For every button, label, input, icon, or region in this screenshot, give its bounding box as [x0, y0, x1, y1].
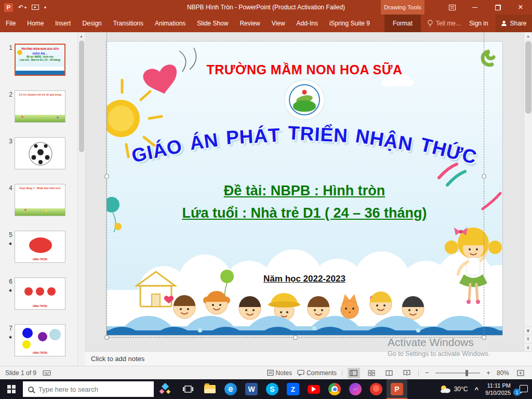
- resize-handle[interactable]: [482, 335, 486, 340]
- zoom-level[interactable]: 80%: [497, 369, 509, 377]
- panel-scrollbar[interactable]: ▲: [77, 32, 85, 366]
- resize-handle[interactable]: [104, 335, 109, 340]
- ribbon-tab-format[interactable]: Format: [384, 15, 421, 32]
- slide-thumbnail-4[interactable]: 4 Hoạt động 1 : Nhận biết hình tròn: [4, 184, 65, 216]
- school-year-text[interactable]: Năm học 2022-2023: [107, 274, 502, 284]
- ribbon-tab-home[interactable]: Home: [21, 15, 49, 32]
- ribbon-display-options-button[interactable]: [441, 0, 463, 15]
- taskbar-file-explorer[interactable]: [200, 379, 220, 399]
- share-button[interactable]: Share: [496, 15, 532, 32]
- panel-scroll-up-icon[interactable]: ▲: [78, 32, 85, 38]
- topic-text[interactable]: Đề tài: NBPB : Hình tròn: [107, 183, 502, 199]
- thumbnail-image[interactable]: Cô trò chuyện với trẻ về quả bóng: [15, 90, 65, 123]
- taskbar-youtube[interactable]: [303, 379, 324, 399]
- red-ellipse: [29, 237, 52, 253]
- thumbnail-image[interactable]: TRƯỜNG MẦM NON HOA SỮA GIÁO ÁN… Đề tài: …: [15, 44, 65, 76]
- scroll-up-button[interactable]: ▲: [524, 32, 532, 41]
- ribbon-tab-slideshow[interactable]: Slide Show: [191, 15, 234, 32]
- taskbar-skype[interactable]: S: [262, 379, 283, 399]
- school-name-text[interactable]: TRƯỜNG MẦM NON HOA SỮA: [107, 62, 502, 77]
- view-slide-sorter-button[interactable]: [365, 368, 378, 378]
- kid-face: [308, 296, 329, 320]
- comments-toggle-button[interactable]: Comments: [297, 369, 337, 377]
- age-group-text[interactable]: Lứa tuổi : Nhà trẻ D1 ( 24 – 36 tháng): [107, 205, 502, 221]
- scroll-down-button[interactable]: ▼: [524, 326, 532, 335]
- slide-thumbnail-7[interactable]: 7 ★ HÌNH TRÒN: [4, 324, 65, 356]
- lesson-title-text[interactable]: GIÁOÁNPHÁTTRIỂNNHẬNTHỨC: [107, 129, 502, 151]
- close-button[interactable]: ×: [509, 0, 532, 15]
- taskbar-messenger[interactable]: [345, 379, 366, 399]
- thumb4-text: Hoạt động 1 : Nhận biết hình tròn: [15, 184, 65, 190]
- thumbnail-image[interactable]: HÌNH TRÒN: [15, 324, 65, 356]
- zoom-in-button[interactable]: +: [485, 369, 491, 377]
- undo-button[interactable]: ↶▾: [18, 4, 26, 11]
- slide-thumbnail-3[interactable]: 3: [4, 137, 65, 169]
- taskbar-zalo[interactable]: Z: [283, 379, 303, 399]
- restore-button[interactable]: [486, 0, 509, 15]
- ribbon-tab-animations[interactable]: Animations: [149, 15, 191, 32]
- zoom-out-button[interactable]: −: [424, 369, 430, 377]
- tell-me-box[interactable]: Tell me...: [427, 15, 461, 32]
- previous-slide-button[interactable]: ↟: [524, 335, 532, 343]
- taskbar-word[interactable]: W: [241, 379, 262, 399]
- notes-toggle-button[interactable]: Notes: [267, 369, 292, 377]
- ribbon-tab-design[interactable]: Design: [76, 15, 107, 32]
- kid-face: [402, 296, 424, 320]
- view-slideshow-button[interactable]: [401, 368, 413, 378]
- ribbon-tab-insert[interactable]: Insert: [49, 15, 76, 32]
- hidden-icons-chevron[interactable]: ^: [474, 385, 478, 393]
- ribbon-tab-review[interactable]: Review: [234, 15, 265, 32]
- thumbnail-image[interactable]: HÌNH TRÒN: [15, 277, 65, 310]
- minimize-button[interactable]: [463, 0, 486, 15]
- view-reading-button[interactable]: [383, 368, 395, 378]
- sign-in-button[interactable]: Sign in: [469, 15, 488, 32]
- thumbnail-image[interactable]: HÌNH TRÒN: [15, 231, 65, 263]
- slide-thumbnail-1[interactable]: 1 TRƯỜNG MẦM NON HOA SỮA GIÁO ÁN… Đề tài…: [4, 44, 65, 76]
- next-slide-button[interactable]: ↡: [524, 343, 532, 351]
- slide-canvas[interactable]: TRƯỜNG MẦM NON HOA SỮA GIÁOÁNPHÁTTRIỂNNH…: [107, 42, 502, 335]
- notes-pane[interactable]: Click to add notes: [85, 351, 532, 366]
- ribbon-tab-addins[interactable]: Add-Ins: [291, 15, 324, 32]
- taskbar-chrome[interactable]: [324, 379, 345, 399]
- ribbon-tab-ispring[interactable]: iSpring Suite 9: [324, 15, 376, 32]
- taskbar-edge[interactable]: e: [220, 379, 241, 399]
- search-highlights-button[interactable]: [154, 379, 177, 399]
- school-logo[interactable]: [285, 80, 324, 119]
- scrollbar-thumb[interactable]: [525, 41, 531, 114]
- resize-handle[interactable]: [293, 335, 298, 340]
- keyboard-language-icon[interactable]: [43, 370, 51, 376]
- slide-thumbnail-6[interactable]: 6 ★ HÌNH TRÒN: [4, 277, 65, 310]
- slide-thumbnail-2[interactable]: 2 Cô trò chuyện với trẻ về quả bóng: [4, 90, 65, 123]
- fit-to-window-button[interactable]: [514, 368, 527, 378]
- ribbon-tab-file[interactable]: File: [0, 15, 21, 32]
- view-normal-button[interactable]: [348, 368, 360, 378]
- person-icon: [501, 20, 507, 26]
- notes-placeholder[interactable]: Click to add notes: [91, 355, 144, 363]
- panel-scrollbar-thumb[interactable]: [79, 41, 84, 152]
- taskbar-powerpoint-active[interactable]: P: [387, 379, 407, 399]
- main-scrollbar[interactable]: ▲ ▼ ↟ ↡: [524, 32, 532, 351]
- window-title: NBPB Hình Tròn - PowerPoint (Product Act…: [187, 4, 345, 11]
- slide-thumbnail-5[interactable]: 5 ★ HÌNH TRÒN: [4, 231, 65, 263]
- slide-sorter-icon: [368, 370, 375, 376]
- weather-widget[interactable]: 30°C: [440, 384, 468, 394]
- customize-qat-button[interactable]: ▾: [44, 5, 46, 10]
- powerpoint-icon: P: [391, 383, 403, 395]
- undo-dropdown-icon[interactable]: ▾: [24, 5, 26, 10]
- search-input[interactable]: [38, 385, 137, 393]
- zoom-slider[interactable]: [435, 369, 480, 377]
- taskbar-clock[interactable]: 11:11 PM 9/10/2025: [485, 382, 511, 397]
- start-slideshow-button[interactable]: [32, 5, 39, 10]
- thumbnail-image[interactable]: [15, 137, 65, 169]
- resize-handle[interactable]: [104, 174, 109, 179]
- task-view-button[interactable]: [177, 379, 200, 399]
- resize-handle[interactable]: [482, 174, 486, 179]
- start-button[interactable]: [0, 379, 23, 399]
- taskbar-opera[interactable]: [366, 379, 387, 399]
- taskbar-search-box[interactable]: [23, 381, 154, 397]
- action-center-button[interactable]: 1: [517, 384, 528, 394]
- thumbnail-image[interactable]: Hoạt động 1 : Nhận biết hình tròn: [15, 184, 65, 216]
- ribbon-tab-transitions[interactable]: Transitions: [108, 15, 149, 32]
- ribbon-tab-view[interactable]: View: [266, 15, 291, 32]
- zoom-slider-thumb[interactable]: [466, 370, 468, 376]
